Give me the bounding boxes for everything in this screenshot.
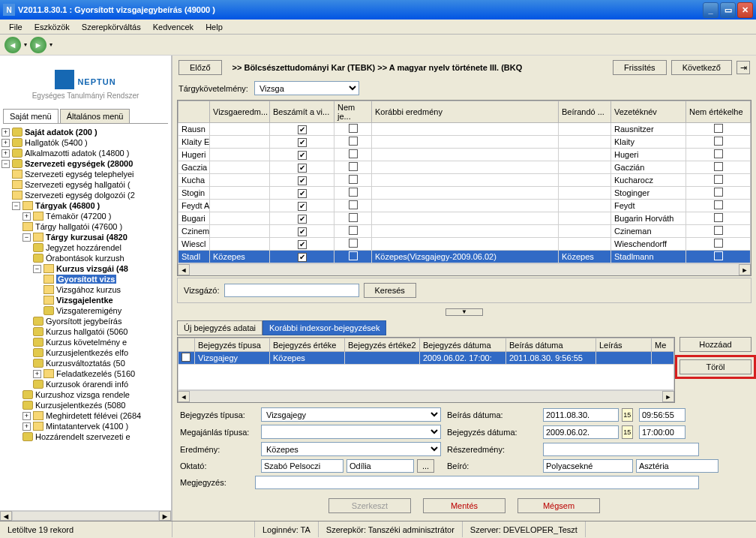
forward-dropdown[interactable]: ▾ (50, 41, 52, 48)
inp-bejtime[interactable] (639, 425, 686, 439)
save-button[interactable]: Mentés (423, 498, 506, 513)
col-beszamit[interactable]: Beszámít a vi... (270, 101, 334, 123)
next-button[interactable]: Következő (671, 60, 732, 75)
tree-kurzusjel-elfo[interactable]: Kurzusjelentkezés elfo (46, 348, 128, 357)
tree-feladatkez[interactable]: Feladatkezelés (5160 (56, 369, 135, 378)
tab-sajat-menu[interactable]: Saját menü (3, 109, 58, 123)
table-row[interactable]: Feydt A✔Feydt (178, 200, 751, 212)
tree-kurzus-vizsgai[interactable]: Kurzus vizsgái (48 (56, 264, 128, 273)
tree[interactable]: +Saját adatok (200 ) +Hallgatók (5400 ) … (0, 124, 171, 510)
back-dropdown[interactable]: ▾ (24, 41, 27, 48)
pin-icon[interactable]: ⇥ (736, 61, 750, 74)
minimize-button[interactable]: _ (703, 2, 718, 18)
menu-file[interactable]: File (3, 21, 28, 33)
calendar-icon[interactable]: 15 (622, 408, 633, 422)
inner-row-selected[interactable]: Vizsgajegy Közepes 2009.06.02. 17:00: 20… (178, 352, 674, 365)
col-vizsgaeredm[interactable]: Vizsgaeredm... (210, 101, 270, 123)
tree-kurzus-kovetelmeny[interactable]: Kurzus követelmény e (46, 338, 127, 347)
inp-beiro-keresztnev[interactable] (636, 459, 718, 473)
main-grid[interactable]: Vizsgaeredm... Beszámít a vi... Nem je..… (177, 100, 752, 276)
collapse-handle[interactable]: ▼ (446, 308, 483, 316)
search-button[interactable]: Keresés (364, 283, 416, 298)
edit-button[interactable]: Szerkeszt (328, 498, 411, 513)
calendar-icon[interactable]: 15 (622, 425, 633, 439)
col-beirand[interactable]: Beírandó ... (559, 101, 611, 123)
tree-targyak[interactable]: Tárgyak (46800 ) (35, 201, 100, 210)
inp-beirastime[interactable] (639, 408, 686, 422)
inp-oktato-vezeteknev[interactable] (261, 459, 344, 473)
tree-sajat-adatok[interactable]: Saját adatok (200 ) (25, 128, 98, 137)
menu-roleswitch[interactable]: Szerepkörváltás (76, 21, 147, 33)
tree-vizsgaterem[interactable]: Vizsgateremigény (56, 306, 122, 315)
forward-button[interactable]: ► (30, 37, 46, 53)
table-row[interactable]: Bugari✔Bugarin Horváth (178, 212, 751, 225)
inp-oktato-keresztnev[interactable] (346, 459, 414, 473)
tree-kurzus-orarend[interactable]: Kurzusok órarendi infó (46, 380, 128, 389)
inner-grid[interactable]: Bejegyzés típusa Bejegyzés értéke Bejegy… (177, 337, 675, 403)
table-row[interactable]: Rausn✔Rausnitzer (178, 123, 751, 136)
tree-vizsgajelentke[interactable]: Vizsgajelentke (56, 296, 113, 305)
inp-beirasdatum[interactable] (543, 408, 619, 422)
col-vezeteknev[interactable]: Vezetéknév (611, 101, 686, 123)
tree-jegyzet[interactable]: Jegyzet hozzárendel (46, 243, 122, 252)
table-row[interactable]: Klaity E✔Klaity (178, 136, 751, 149)
prev-button[interactable]: Előző (178, 60, 222, 75)
tree-sze-hallgatoi[interactable]: Szervezeti egység hallgatói ( (25, 180, 130, 189)
tree-targy-kurzusai[interactable]: Tárgy kurzusai (4820 (46, 233, 128, 242)
inp-megjegyzes[interactable] (255, 476, 699, 489)
sel-bejtipus[interactable]: Vizsgajegy (261, 407, 441, 422)
close-button[interactable]: ✕ (737, 2, 753, 18)
targyk-select[interactable]: Vizsga (254, 81, 359, 95)
subtab-korabbi-indexsor[interactable]: Korábbi indexsor-bejegyzések (262, 320, 386, 335)
sel-megajanl[interactable] (261, 425, 441, 439)
table-row[interactable]: Wiescl✔Wieschendorff (178, 238, 751, 251)
table-row[interactable]: Stogin✔Stoginger (178, 187, 751, 200)
inner-grid-hscroll[interactable]: ◄► (178, 390, 674, 402)
tree-gyorsitott-vizs[interactable]: Gyorsított vizs (56, 275, 116, 284)
tree-mintatantervek[interactable]: Mintatantervek (4100 ) (46, 422, 128, 431)
inp-bejdatum[interactable] (543, 425, 619, 439)
tree-szervezeti[interactable]: Szervezeti egységek (28000 (25, 159, 133, 168)
table-row-selected[interactable]: StadlKözepes✔Közepes(Vizsgajegy-2009.06.… (178, 251, 751, 263)
tree-sze-dolgozoi[interactable]: Szervezeti egység dolgozói (2 (25, 191, 135, 200)
tree-orabontas[interactable]: Órabontások kurzush (46, 254, 124, 263)
tree-kurzushoz-vizsga[interactable]: Kurzushoz vizsga rendele (35, 390, 130, 399)
table-row[interactable]: Czinem✔Czineman (178, 225, 751, 238)
tree-vizsgahoz-kurzus[interactable]: Vizsgához kurzus (56, 285, 121, 294)
tree-gyors-jegyb[interactable]: Gyorsított jegybeírás (46, 317, 122, 326)
table-row[interactable]: Hugeri✔Hugeri (178, 149, 751, 161)
col-korabbi[interactable]: Korábbi eredmény (372, 101, 559, 123)
sel-eredmeny[interactable]: Közepes (261, 442, 441, 456)
subtab-uj-bejegyzes[interactable]: Új bejegyzés adatai (177, 320, 262, 335)
add-button[interactable]: Hozzáad (680, 337, 752, 352)
table-row[interactable]: Gaczia✔Gaczián (178, 161, 751, 174)
oktato-lookup-button[interactable]: ... (417, 459, 434, 473)
inp-reszeredmeny[interactable] (543, 443, 699, 456)
col-nemje[interactable]: Nem je... (334, 101, 372, 123)
back-button[interactable]: ◄ (4, 37, 21, 53)
tab-altalanos-menu[interactable]: Általános menü (60, 109, 130, 123)
tree-kurzus-hallgatoi[interactable]: Kurzus hallgatói (5060 (46, 327, 128, 336)
menu-favorites[interactable]: Kedvencek (147, 21, 200, 33)
tree-kurzusvalt[interactable]: Kurzusváltoztatás (50 (46, 359, 125, 368)
inp-beiro-vezeteknev[interactable] (543, 459, 633, 473)
menu-help[interactable]: Help (200, 21, 229, 33)
tree-targy-hallgatoi[interactable]: Tárgy hallgatói (47600 ) (35, 222, 122, 231)
tree-temakor[interactable]: Témakör (47200 ) (46, 212, 111, 221)
col-nemert[interactable]: Nem értékelhe (686, 101, 751, 123)
table-row[interactable]: Kucha✔Kucharocz (178, 174, 751, 187)
tree-hallgatok[interactable]: Hallgatók (5400 ) (25, 138, 88, 147)
grid-hscroll[interactable]: ◄► (178, 263, 751, 275)
delete-button[interactable]: Töröl (680, 359, 752, 374)
tree-kurzusjel[interactable]: Kurzusjelentkezés (5080 (35, 401, 125, 410)
menu-tools[interactable]: Eszközök (28, 21, 76, 33)
tree-alkalmazotti[interactable]: Alkalmazotti adatok (14800 ) (25, 149, 129, 158)
col-blank[interactable] (178, 101, 210, 123)
cancel-button[interactable]: Mégsem (518, 498, 600, 513)
sidebar-hscroll[interactable]: ◄ ► (0, 510, 171, 521)
tree-sze-telephely[interactable]: Szervezeti egység telephelyei (25, 170, 134, 179)
tree-hozzarendelt[interactable]: Hozzárendelt szervezeti e (35, 432, 130, 441)
search-input[interactable] (224, 284, 359, 297)
refresh-button[interactable]: Frissítés (613, 60, 667, 75)
tree-meghirdetett[interactable]: Meghirdetett félévei (2684 (46, 411, 141, 420)
